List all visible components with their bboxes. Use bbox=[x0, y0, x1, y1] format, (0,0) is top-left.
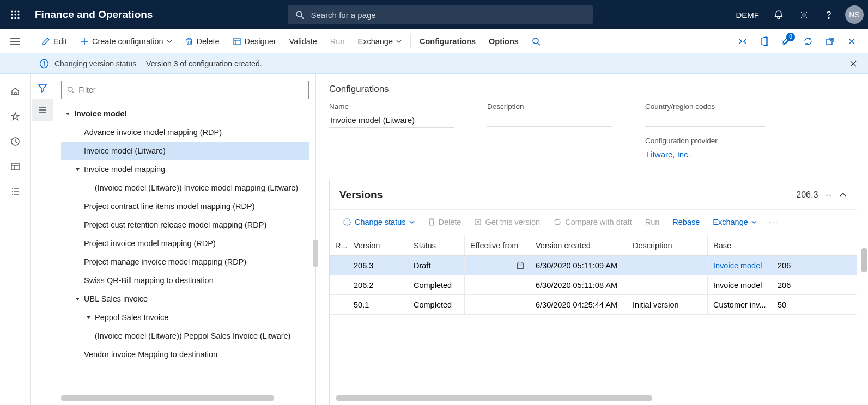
tree-node[interactable]: Advance invoice model mapping (RDP) bbox=[61, 123, 309, 142]
svg-point-11 bbox=[803, 14, 805, 16]
validate-button[interactable]: Validate bbox=[283, 29, 324, 53]
table-row[interactable]: 50.1Completed6/30/2020 04:25:44 AMInitia… bbox=[330, 295, 857, 315]
table-row[interactable]: 206.2Completed6/30/2020 05:11:08 AMInvoi… bbox=[330, 275, 857, 295]
calendar-icon[interactable] bbox=[517, 262, 524, 269]
connector-icon[interactable] bbox=[733, 32, 752, 51]
tree-node[interactable]: (Invoice model (Litware)) Peppol Sales I… bbox=[61, 327, 309, 345]
tree-filter-input[interactable] bbox=[61, 81, 309, 99]
info-icon bbox=[39, 59, 49, 69]
top-nav-bar: Finance and Operations Search for a page… bbox=[0, 0, 868, 29]
versions-toolbar: Change status Delete Get this version Co… bbox=[330, 210, 857, 235]
name-value[interactable]: Invoice model (Litware) bbox=[329, 114, 454, 128]
filter-text-field[interactable] bbox=[78, 85, 303, 94]
cell-base[interactable]: Invoice model bbox=[708, 275, 772, 294]
version-exchange-button[interactable]: Exchange bbox=[707, 216, 762, 229]
filter-pane-icon[interactable] bbox=[32, 77, 53, 99]
cell-version: 50.1 bbox=[348, 295, 408, 314]
delete-button[interactable]: Delete bbox=[179, 29, 226, 53]
svg-point-8 bbox=[17, 17, 19, 19]
provider-label: Configuration provider bbox=[645, 137, 738, 145]
global-search-input[interactable]: Search for a page bbox=[288, 5, 593, 24]
recent-icon[interactable] bbox=[3, 130, 27, 154]
configurations-tab[interactable]: Configurations bbox=[413, 29, 482, 53]
version-dash: -- bbox=[825, 190, 831, 200]
rebase-button[interactable]: Rebase bbox=[667, 216, 705, 229]
description-label: Description bbox=[487, 102, 612, 111]
info-banner: Changing version status Version 3 of con… bbox=[0, 53, 868, 74]
help-icon[interactable] bbox=[818, 4, 840, 26]
tree-node[interactable]: UBL Sales invoice bbox=[61, 290, 309, 308]
office-icon[interactable] bbox=[755, 32, 774, 51]
hamburger-menu-icon[interactable] bbox=[7, 33, 24, 50]
popout-icon[interactable] bbox=[820, 32, 840, 51]
user-avatar[interactable]: NS bbox=[845, 5, 864, 24]
home-icon[interactable] bbox=[3, 79, 27, 103]
banner-title: Changing version status bbox=[54, 59, 136, 68]
tree-node[interactable]: Peppol Sales Invoice bbox=[61, 308, 309, 327]
company-code[interactable]: DEMF bbox=[731, 10, 765, 20]
tree-node[interactable]: Swiss QR-Bill mapping to destination bbox=[61, 271, 309, 290]
trash-icon bbox=[428, 218, 435, 226]
tree-node[interactable]: Invoice model mapping bbox=[61, 160, 309, 179]
tree-node[interactable]: Project cust retention release model map… bbox=[61, 216, 309, 234]
col-description[interactable]: Description bbox=[627, 235, 708, 255]
notifications-icon[interactable] bbox=[768, 4, 790, 26]
close-page-icon[interactable] bbox=[842, 32, 861, 51]
more-actions-icon[interactable]: ··· bbox=[764, 218, 783, 226]
change-status-button[interactable]: Change status bbox=[337, 216, 420, 229]
col-base[interactable]: Base bbox=[708, 235, 772, 255]
horizontal-scrollbar[interactable] bbox=[61, 395, 274, 401]
country-label: Country/region codes bbox=[645, 102, 738, 111]
col-status[interactable]: Status bbox=[408, 235, 465, 255]
vertical-scrollbar[interactable] bbox=[861, 248, 867, 272]
tree-node[interactable]: Project invoice model mapping (RDP) bbox=[61, 234, 309, 253]
create-configuration-button[interactable]: Create configuration bbox=[74, 29, 179, 53]
find-button[interactable] bbox=[525, 29, 547, 53]
tree-node-root[interactable]: Invoice model bbox=[61, 105, 309, 123]
cell-base-num: 206 bbox=[772, 275, 811, 294]
app-launcher-icon[interactable] bbox=[4, 10, 26, 20]
country-value[interactable] bbox=[645, 114, 765, 127]
col-effective[interactable]: Effective from bbox=[465, 235, 530, 255]
banner-close-icon[interactable] bbox=[847, 58, 859, 70]
cell-r bbox=[330, 275, 348, 294]
list-view-icon[interactable] bbox=[32, 99, 53, 121]
tree-node[interactable]: Project manage invoice model mapping (RD… bbox=[61, 253, 309, 271]
description-value[interactable] bbox=[487, 114, 612, 127]
favorites-icon[interactable] bbox=[3, 105, 27, 128]
provider-link[interactable]: Litware, Inc. bbox=[645, 148, 765, 162]
edit-button[interactable]: Edit bbox=[35, 29, 74, 53]
workspaces-icon[interactable] bbox=[3, 155, 27, 179]
version-badge: 206.3 bbox=[796, 190, 818, 200]
col-created[interactable]: Version created bbox=[530, 235, 627, 255]
cell-created: 6/30/2020 04:25:44 AM bbox=[530, 295, 627, 314]
col-base-num[interactable] bbox=[772, 235, 811, 255]
modules-icon[interactable] bbox=[3, 180, 27, 204]
options-tab[interactable]: Options bbox=[482, 29, 525, 53]
chevron-down-icon bbox=[751, 220, 757, 224]
cell-base[interactable]: Invoice model bbox=[708, 256, 772, 275]
versions-table: R... Version Status Effective from Versi… bbox=[330, 235, 857, 391]
settings-icon[interactable] bbox=[793, 4, 815, 26]
tree-node[interactable]: Vendor invoice Mapping to destination bbox=[61, 345, 309, 364]
exchange-button[interactable]: Exchange bbox=[351, 29, 408, 53]
cell-base[interactable]: Customer inv... bbox=[708, 295, 772, 314]
col-r[interactable]: R... bbox=[330, 235, 348, 255]
refresh-icon[interactable] bbox=[798, 32, 818, 51]
attachments-icon[interactable]: 0 bbox=[776, 32, 796, 51]
col-version[interactable]: Version bbox=[348, 235, 408, 255]
detail-panel: Configurations Name Invoice model (Litwa… bbox=[316, 74, 868, 405]
svg-point-3 bbox=[11, 14, 13, 15]
tree-node[interactable]: Project contract line items model mappin… bbox=[61, 197, 309, 216]
collapse-icon[interactable] bbox=[839, 192, 847, 198]
table-horizontal-scrollbar[interactable] bbox=[336, 395, 652, 401]
table-row[interactable]: 206.3Draft6/30/2020 05:11:09 AMInvoice m… bbox=[330, 256, 857, 275]
tree-node[interactable]: (Invoice model (Litware)) Invoice model … bbox=[61, 179, 309, 197]
tree-node-selected[interactable]: Invoice model (Litware) bbox=[61, 142, 309, 160]
cell-r bbox=[330, 256, 348, 275]
svg-line-10 bbox=[301, 16, 304, 19]
compare-icon bbox=[553, 218, 562, 226]
trash-icon bbox=[185, 37, 193, 46]
left-rail bbox=[0, 74, 31, 405]
designer-button[interactable]: Designer bbox=[226, 29, 283, 53]
